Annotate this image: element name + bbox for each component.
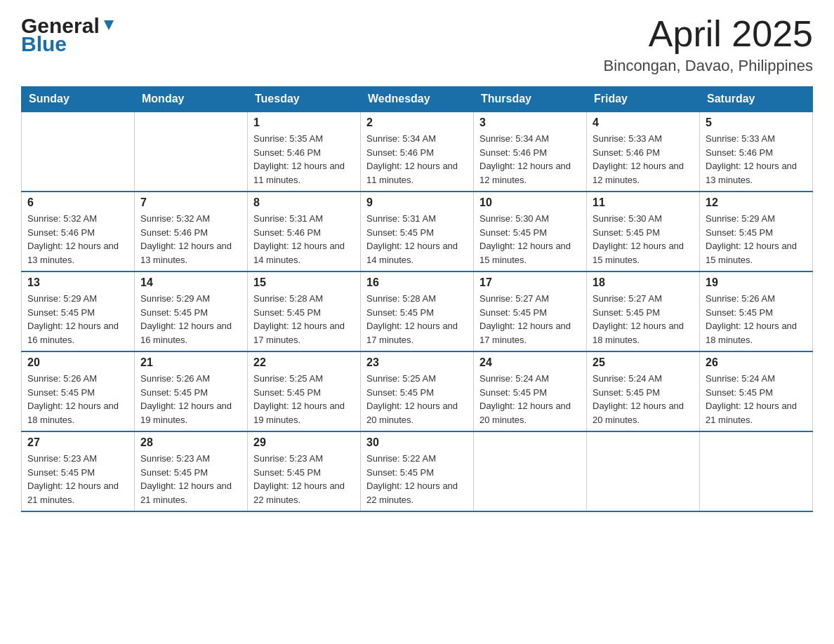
title-block: April 2025 Bincongan, Davao, Philippines [604, 14, 813, 75]
day-info: Sunrise: 5:28 AMSunset: 5:45 PMDaylight:… [253, 292, 355, 347]
day-number: 19 [706, 276, 807, 289]
day-number: 9 [366, 196, 468, 209]
day-number: 24 [479, 356, 581, 369]
table-row: 10Sunrise: 5:30 AMSunset: 5:45 PMDayligh… [474, 192, 587, 271]
table-row [474, 431, 587, 511]
day-info: Sunrise: 5:23 AMSunset: 5:45 PMDaylight:… [253, 452, 355, 507]
table-row: 6Sunrise: 5:32 AMSunset: 5:46 PMDaylight… [22, 192, 135, 271]
table-row: 15Sunrise: 5:28 AMSunset: 5:45 PMDayligh… [248, 271, 361, 351]
day-number: 2 [366, 116, 468, 129]
day-info: Sunrise: 5:30 AMSunset: 5:45 PMDaylight:… [593, 212, 694, 267]
day-info: Sunrise: 5:27 AMSunset: 5:45 PMDaylight:… [479, 292, 581, 347]
table-row: 12Sunrise: 5:29 AMSunset: 5:45 PMDayligh… [700, 192, 813, 271]
table-row: 22Sunrise: 5:25 AMSunset: 5:45 PMDayligh… [248, 351, 361, 431]
day-info: Sunrise: 5:26 AMSunset: 5:45 PMDaylight:… [140, 372, 241, 427]
day-info: Sunrise: 5:29 AMSunset: 5:45 PMDaylight:… [27, 292, 128, 347]
table-row: 7Sunrise: 5:32 AMSunset: 5:46 PMDaylight… [135, 192, 248, 271]
table-row: 25Sunrise: 5:24 AMSunset: 5:45 PMDayligh… [587, 351, 700, 431]
calendar-title: April 2025 [604, 14, 813, 54]
table-row: 24Sunrise: 5:24 AMSunset: 5:45 PMDayligh… [474, 351, 587, 431]
day-info: Sunrise: 5:31 AMSunset: 5:45 PMDaylight:… [366, 212, 468, 267]
page-header: General Blue April 2025 Bincongan, Davao… [21, 14, 813, 75]
calendar-week-row: 6Sunrise: 5:32 AMSunset: 5:46 PMDaylight… [22, 192, 813, 271]
header-tuesday: Tuesday [248, 87, 361, 112]
day-number: 25 [593, 356, 694, 369]
day-number: 29 [253, 436, 355, 449]
day-info: Sunrise: 5:22 AMSunset: 5:45 PMDaylight:… [366, 452, 468, 507]
day-info: Sunrise: 5:26 AMSunset: 5:45 PMDaylight:… [27, 372, 128, 427]
day-number: 12 [706, 196, 807, 209]
table-row: 1Sunrise: 5:35 AMSunset: 5:46 PMDaylight… [248, 112, 361, 192]
calendar-week-row: 13Sunrise: 5:29 AMSunset: 5:45 PMDayligh… [22, 271, 813, 351]
header-saturday: Saturday [700, 87, 813, 112]
table-row: 20Sunrise: 5:26 AMSunset: 5:45 PMDayligh… [22, 351, 135, 431]
day-number: 3 [479, 116, 581, 129]
day-info: Sunrise: 5:25 AMSunset: 5:45 PMDaylight:… [253, 372, 355, 427]
day-info: Sunrise: 5:29 AMSunset: 5:45 PMDaylight:… [706, 212, 807, 267]
day-info: Sunrise: 5:33 AMSunset: 5:46 PMDaylight:… [593, 132, 694, 187]
table-row: 9Sunrise: 5:31 AMSunset: 5:45 PMDaylight… [361, 192, 474, 271]
table-row: 30Sunrise: 5:22 AMSunset: 5:45 PMDayligh… [361, 431, 474, 511]
day-info: Sunrise: 5:27 AMSunset: 5:45 PMDaylight:… [593, 292, 694, 347]
day-number: 20 [27, 356, 128, 369]
day-number: 11 [593, 196, 694, 209]
table-row [22, 112, 135, 192]
day-number: 26 [706, 356, 807, 369]
day-number: 23 [366, 356, 468, 369]
table-row: 2Sunrise: 5:34 AMSunset: 5:46 PMDaylight… [361, 112, 474, 192]
table-row: 4Sunrise: 5:33 AMSunset: 5:46 PMDaylight… [587, 112, 700, 192]
table-row: 14Sunrise: 5:29 AMSunset: 5:45 PMDayligh… [135, 271, 248, 351]
day-info: Sunrise: 5:31 AMSunset: 5:46 PMDaylight:… [253, 212, 355, 267]
table-row: 17Sunrise: 5:27 AMSunset: 5:45 PMDayligh… [474, 271, 587, 351]
day-info: Sunrise: 5:28 AMSunset: 5:45 PMDaylight:… [366, 292, 468, 347]
day-number: 30 [366, 436, 468, 449]
table-row: 13Sunrise: 5:29 AMSunset: 5:45 PMDayligh… [22, 271, 135, 351]
day-number: 7 [140, 196, 241, 209]
day-info: Sunrise: 5:35 AMSunset: 5:46 PMDaylight:… [253, 132, 355, 187]
table-row: 21Sunrise: 5:26 AMSunset: 5:45 PMDayligh… [135, 351, 248, 431]
day-number: 10 [479, 196, 581, 209]
day-info: Sunrise: 5:24 AMSunset: 5:45 PMDaylight:… [479, 372, 581, 427]
table-row: 27Sunrise: 5:23 AMSunset: 5:45 PMDayligh… [22, 431, 135, 511]
day-number: 22 [253, 356, 355, 369]
table-row: 26Sunrise: 5:24 AMSunset: 5:45 PMDayligh… [700, 351, 813, 431]
header-friday: Friday [587, 87, 700, 112]
table-row: 3Sunrise: 5:34 AMSunset: 5:46 PMDaylight… [474, 112, 587, 192]
table-row: 11Sunrise: 5:30 AMSunset: 5:45 PMDayligh… [587, 192, 700, 271]
svg-marker-0 [104, 20, 114, 30]
day-number: 13 [27, 276, 128, 289]
day-number: 17 [479, 276, 581, 289]
table-row: 23Sunrise: 5:25 AMSunset: 5:45 PMDayligh… [361, 351, 474, 431]
day-number: 21 [140, 356, 241, 369]
logo: General Blue [21, 14, 117, 56]
day-info: Sunrise: 5:32 AMSunset: 5:46 PMDaylight:… [27, 212, 128, 267]
day-info: Sunrise: 5:24 AMSunset: 5:45 PMDaylight:… [706, 372, 807, 427]
day-info: Sunrise: 5:30 AMSunset: 5:45 PMDaylight:… [479, 212, 581, 267]
day-number: 16 [366, 276, 468, 289]
header-sunday: Sunday [22, 87, 135, 112]
header-thursday: Thursday [474, 87, 587, 112]
table-row: 5Sunrise: 5:33 AMSunset: 5:46 PMDaylight… [700, 112, 813, 192]
calendar-week-row: 20Sunrise: 5:26 AMSunset: 5:45 PMDayligh… [22, 351, 813, 431]
day-number: 28 [140, 436, 241, 449]
day-info: Sunrise: 5:33 AMSunset: 5:46 PMDaylight:… [706, 132, 807, 187]
table-row: 18Sunrise: 5:27 AMSunset: 5:45 PMDayligh… [587, 271, 700, 351]
day-info: Sunrise: 5:32 AMSunset: 5:46 PMDaylight:… [140, 212, 241, 267]
day-number: 27 [27, 436, 128, 449]
table-row: 29Sunrise: 5:23 AMSunset: 5:45 PMDayligh… [248, 431, 361, 511]
logo-triangle-icon [101, 18, 117, 33]
table-row: 8Sunrise: 5:31 AMSunset: 5:46 PMDaylight… [248, 192, 361, 271]
day-number: 5 [706, 116, 807, 129]
calendar-table: Sunday Monday Tuesday Wednesday Thursday… [21, 86, 813, 512]
day-info: Sunrise: 5:25 AMSunset: 5:45 PMDaylight:… [366, 372, 468, 427]
calendar-week-row: 27Sunrise: 5:23 AMSunset: 5:45 PMDayligh… [22, 431, 813, 511]
day-info: Sunrise: 5:34 AMSunset: 5:46 PMDaylight:… [479, 132, 581, 187]
calendar-header-row: Sunday Monday Tuesday Wednesday Thursday… [22, 87, 813, 112]
day-info: Sunrise: 5:34 AMSunset: 5:46 PMDaylight:… [366, 132, 468, 187]
day-number: 8 [253, 196, 355, 209]
day-info: Sunrise: 5:24 AMSunset: 5:45 PMDaylight:… [593, 372, 694, 427]
day-number: 18 [593, 276, 694, 289]
day-info: Sunrise: 5:26 AMSunset: 5:45 PMDaylight:… [706, 292, 807, 347]
table-row: 16Sunrise: 5:28 AMSunset: 5:45 PMDayligh… [361, 271, 474, 351]
day-number: 1 [253, 116, 355, 129]
